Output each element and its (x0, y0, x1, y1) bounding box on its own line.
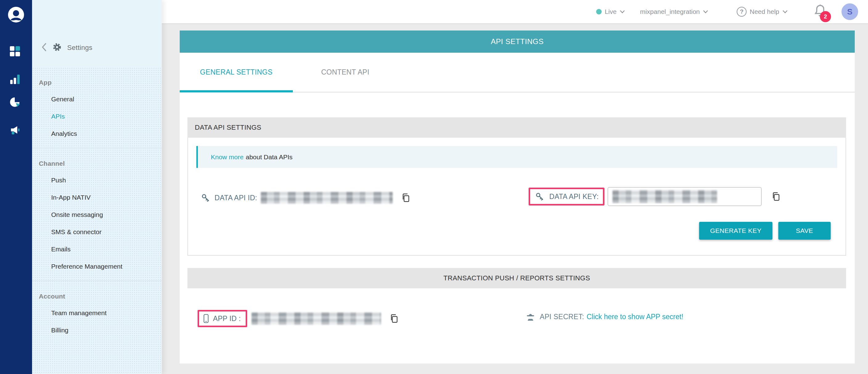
sidebar-item-emails[interactable]: Emails (32, 241, 162, 258)
app-rail (0, 0, 32, 374)
data-api-settings-header: DATA API SETTINGS (187, 117, 846, 138)
api-id-key-row: DATA API ID: (188, 186, 845, 210)
project-dropdown[interactable]: mixpanel_integration (640, 8, 708, 15)
generate-key-button[interactable]: GENERATE KEY (699, 222, 772, 240)
sidebar-item-general[interactable]: General (32, 91, 162, 108)
settings-sheet: DATA API SETTINGS Know more about Data A… (180, 93, 855, 364)
sidebar-item-apis[interactable]: APIs (32, 108, 162, 125)
sidebar-item-push[interactable]: Push (32, 172, 162, 189)
chevron-down-icon (703, 10, 708, 13)
need-help-dropdown[interactable]: ? Need help (737, 7, 788, 16)
data-api-actions: GENERATE KEY SAVE (699, 222, 831, 240)
section-label: App (32, 74, 162, 91)
project-name: mixpanel_integration (640, 8, 700, 15)
campaigns-megaphone-icon[interactable] (10, 125, 22, 137)
sidebar-item-preference-management[interactable]: Preference Management (32, 258, 162, 275)
section-title: DATA API SETTINGS (195, 124, 261, 132)
section-title: TRANSACTION PUSH / REPORTS SETTINGS (443, 274, 590, 282)
page-title: API SETTINGS (491, 37, 544, 46)
key-icon (201, 193, 210, 202)
copy-icon[interactable] (401, 193, 410, 203)
sidebar-title: Settings (67, 44, 92, 52)
live-status-dot (596, 9, 602, 14)
data-api-key-highlight: DATA API KEY: (529, 188, 604, 205)
analytics-bars-icon[interactable] (10, 74, 22, 86)
data-api-key-label: DATA API KEY: (549, 193, 598, 201)
tab-label: GENERAL SETTINGS (200, 68, 273, 76)
sidebar-item-team-management[interactable]: Team management (32, 304, 162, 321)
key-icon (535, 192, 544, 201)
sidebar-section-app: App General APIs Analytics (32, 67, 162, 148)
section-label: Channel (32, 156, 162, 172)
need-help-label: Need help (750, 8, 779, 15)
app-id-label: APP ID : (213, 314, 241, 323)
tab-content-api[interactable]: CONTENT API (293, 53, 398, 92)
copy-icon[interactable] (390, 314, 399, 324)
app-id-highlight: APP ID : (197, 310, 247, 327)
sidebar-section-channel: Channel Push In-App NATIV Onsite messagi… (32, 148, 162, 281)
gear-icon (53, 42, 62, 53)
transaction-row: APP ID : (180, 308, 855, 333)
notification-badge: 2 (820, 11, 831, 22)
active-tab-underline (180, 90, 293, 93)
sidebar-header: Settings (32, 0, 162, 67)
main-content: API SETTINGS GENERAL SETTINGS CONTENT AP… (180, 0, 855, 374)
tab-label: CONTENT API (321, 68, 369, 76)
sidebar-item-billing[interactable]: Billing (32, 321, 162, 339)
sidebar-item-analytics[interactable]: Analytics (32, 125, 162, 142)
tab-strip: GENERAL SETTINGS CONTENT API (180, 53, 855, 93)
page-title-bar: API SETTINGS (180, 31, 855, 53)
spy-icon (526, 312, 535, 321)
data-api-key-value-redacted (613, 190, 717, 203)
sidebar-item-inapp-nativ[interactable]: In-App NATIV (32, 189, 162, 206)
help-icon: ? (737, 7, 747, 16)
netcore-logo-icon[interactable] (7, 6, 25, 25)
sidebar-section-account: Account Team management Billing (32, 281, 162, 344)
show-app-secret-link[interactable]: Click here to show APP secret! (587, 313, 683, 321)
segments-pie-icon[interactable] (10, 97, 22, 109)
chevron-down-icon (782, 10, 788, 13)
back-chevron-icon[interactable] (41, 43, 47, 53)
phone-icon (204, 314, 209, 323)
app-id-value-redacted (251, 312, 381, 325)
chevron-down-icon (620, 10, 625, 13)
data-api-key-input[interactable] (608, 187, 762, 206)
copy-icon[interactable] (772, 192, 781, 202)
save-button[interactable]: SAVE (778, 222, 831, 240)
notifications-bell[interactable]: 2 (814, 4, 827, 20)
user-avatar[interactable]: S (841, 3, 858, 20)
environment-dropdown[interactable]: Live (596, 8, 625, 15)
know-more-banner: Know more about Data APIs (196, 146, 837, 168)
settings-sidebar: Settings App General APIs Analytics Chan… (32, 0, 162, 374)
sidebar-item-onsite-messaging[interactable]: Onsite messaging (32, 206, 162, 223)
sidebar-item-sms-connector[interactable]: SMS & connector (32, 223, 162, 241)
know-more-link[interactable]: Know more (211, 154, 244, 161)
data-api-id-label: DATA API ID: (215, 194, 257, 202)
top-bar: Live mixpanel_integration ? Need help 2 … (162, 0, 868, 24)
transaction-settings-header: TRANSACTION PUSH / REPORTS SETTINGS (187, 268, 846, 288)
data-api-id-value-redacted (261, 192, 393, 204)
section-label: Account (32, 288, 162, 304)
tab-general-settings[interactable]: GENERAL SETTINGS (180, 53, 293, 92)
environment-label: Live (605, 8, 617, 15)
api-secret-label: API SECRET: (540, 313, 584, 321)
data-api-settings-panel: Know more about Data APIs DATA API ID: (187, 138, 846, 256)
know-more-text: about Data APIs (246, 154, 292, 161)
sidebar-nav: App General APIs Analytics Channel Push … (32, 67, 162, 374)
dashboard-grid-icon[interactable] (10, 46, 22, 59)
